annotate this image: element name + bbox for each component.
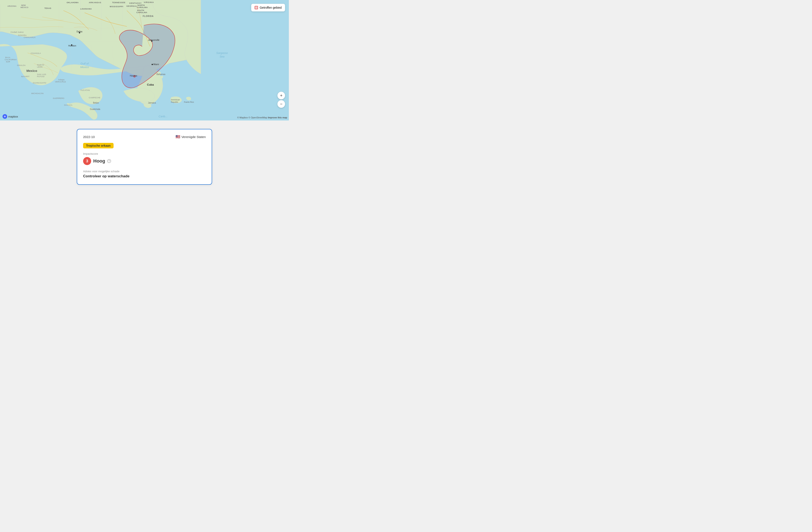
- svg-text:TENNESSEE: TENNESSEE: [112, 1, 126, 4]
- svg-text:NORTH: NORTH: [137, 4, 145, 6]
- svg-text:LOUISIANA: LOUISIANA: [81, 8, 92, 10]
- svg-text:Dallas: Dallas: [76, 30, 83, 33]
- advice-text: Controleer op waterschade: [83, 174, 206, 178]
- svg-text:LEÓN: LEÓN: [37, 66, 43, 68]
- svg-text:CALIFORNIA: CALIFORNIA: [5, 59, 17, 61]
- svg-text:Guatemala: Guatemala: [90, 108, 100, 110]
- map-legend: Getroffen gebied: [251, 4, 285, 11]
- impact-row: 3 Hoog ?: [83, 157, 206, 165]
- svg-text:Jacksonville: Jacksonville: [148, 39, 159, 41]
- country-flag: 🇺🇸: [175, 134, 180, 139]
- svg-text:BAJA: BAJA: [5, 56, 10, 59]
- svg-text:Mexico: Mexico: [26, 69, 37, 73]
- impact-label: Impactscore: [83, 152, 206, 156]
- svg-text:Republic: Republic: [171, 101, 178, 103]
- svg-text:Carib...: Carib...: [159, 115, 168, 118]
- svg-text:Miami: Miami: [153, 63, 159, 65]
- svg-text:NEW: NEW: [21, 4, 26, 6]
- tropical-badge: Tropische orkaan: [83, 143, 114, 148]
- zoom-out-button[interactable]: −: [277, 100, 285, 108]
- svg-text:Belize: Belize: [93, 102, 99, 104]
- impact-info-icon[interactable]: ?: [107, 159, 111, 163]
- svg-text:Xalapa: Xalapa: [58, 79, 64, 81]
- svg-text:CAROLINA: CAROLINA: [137, 6, 148, 9]
- advice-label: Advies voor mogelijke schade: [83, 170, 206, 173]
- svg-text:Havana: Havana: [130, 75, 137, 77]
- improve-map-link[interactable]: Improve this map: [268, 116, 287, 119]
- country-name: Verenigde Staten: [182, 135, 206, 139]
- mapbox-logo-icon: [2, 114, 7, 119]
- svg-text:TEXAS: TEXAS: [44, 7, 52, 9]
- svg-point-4: [151, 64, 153, 65]
- legend-label: Getroffen gebied: [260, 6, 282, 9]
- svg-text:FLORIDA: FLORIDA: [143, 15, 154, 17]
- svg-text:Gulf of: Gulf of: [81, 62, 89, 65]
- svg-text:Mexico: Mexico: [80, 65, 89, 69]
- svg-text:ARKANSAS: ARKANSAS: [89, 1, 101, 4]
- svg-text:OKLAHOMA: OKLAHOMA: [67, 1, 79, 4]
- svg-text:OAXACA: OAXACA: [64, 104, 72, 106]
- card-header: 2022-10 🇺🇸 Verenigde Staten: [83, 134, 206, 139]
- svg-text:POTOSÍ: POTOSÍ: [37, 75, 45, 77]
- svg-text:SINALOA: SINALOA: [17, 64, 26, 66]
- svg-text:VERACRUZ: VERACRUZ: [55, 81, 66, 83]
- info-card: 2022-10 🇺🇸 Verenigde Staten Tropische or…: [77, 129, 212, 185]
- svg-text:KENTUCKY: KENTUCKY: [129, 2, 142, 4]
- map-container: KENTUCKY VIRGINIA NORTH CAROLINA SOUTH C…: [0, 0, 289, 120]
- card-date: 2022-10: [83, 135, 95, 139]
- svg-text:SAN LUIS: SAN LUIS: [37, 73, 46, 75]
- svg-text:Cuba: Cuba: [147, 83, 154, 86]
- mapbox-logo-text: mapbox: [8, 115, 18, 118]
- info-card-container: 2022-10 🇺🇸 Verenigde Staten Tropische or…: [0, 120, 289, 193]
- svg-text:NUEVO: NUEVO: [37, 64, 44, 66]
- map-attribution: © Mapbox © OpenStreetMap Improve this ma…: [237, 116, 287, 119]
- legend-color-box: [255, 6, 258, 9]
- svg-text:VIRGINIA: VIRGINIA: [144, 1, 154, 3]
- svg-text:Ciudad Juárez: Ciudad Juárez: [11, 31, 24, 33]
- svg-text:Dominican: Dominican: [171, 99, 180, 101]
- svg-text:GUERRERO: GUERRERO: [53, 97, 64, 99]
- mapbox-logo: mapbox: [2, 114, 18, 119]
- svg-text:SOUTH: SOUTH: [137, 9, 144, 11]
- svg-text:Bahamas: Bahamas: [157, 73, 165, 75]
- svg-text:COAHUILA: COAHUILA: [31, 52, 41, 54]
- svg-text:MISSISSIPPI: MISSISSIPPI: [110, 5, 124, 8]
- svg-text:CHIHUAHUA: CHIHUAHUA: [24, 36, 35, 39]
- svg-text:MEXICO: MEXICO: [20, 6, 28, 9]
- zoom-controls: + −: [277, 92, 285, 108]
- svg-text:Sea: Sea: [219, 55, 224, 58]
- svg-text:MICHOACÁN: MICHOACÁN: [31, 92, 44, 94]
- card-country: 🇺🇸 Verenigde Staten: [175, 134, 206, 139]
- svg-text:SONORA: SONORA: [18, 34, 27, 36]
- svg-text:CAROLINA: CAROLINA: [136, 11, 147, 14]
- attribution-text: © Mapbox © OpenStreetMap: [237, 116, 268, 119]
- svg-text:NAYARIT: NAYARIT: [21, 75, 30, 77]
- zoom-in-button[interactable]: +: [277, 92, 285, 99]
- svg-text:Sargasso: Sargasso: [216, 51, 228, 55]
- impact-level: Hoog: [93, 158, 105, 164]
- svg-text:ARIZONA: ARIZONA: [8, 5, 16, 7]
- svg-text:Puerto Rico: Puerto Rico: [184, 101, 194, 103]
- svg-text:CAMPECHE: CAMPECHE: [89, 97, 100, 99]
- impact-score-circle: 3: [83, 157, 91, 165]
- svg-point-65: [4, 116, 5, 117]
- svg-text:YUCATÁN: YUCATÁN: [81, 89, 90, 91]
- svg-text:Houston: Houston: [68, 45, 76, 47]
- svg-text:GUANAJUATO: GUANAJUATO: [33, 82, 46, 84]
- svg-text:Jamaica: Jamaica: [148, 102, 156, 104]
- svg-text:SUR: SUR: [6, 61, 10, 63]
- svg-text:GEORGIA: GEORGIA: [127, 5, 137, 7]
